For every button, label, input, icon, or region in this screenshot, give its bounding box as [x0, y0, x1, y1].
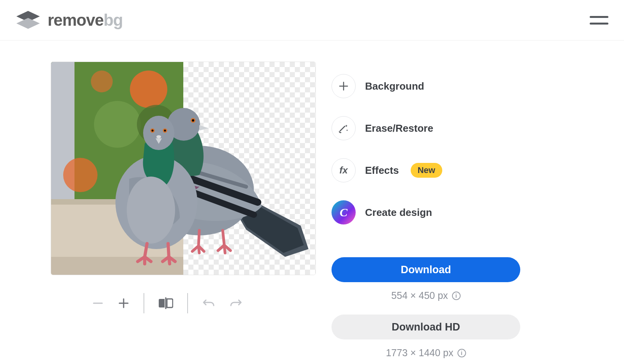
- toolbar-divider: [187, 293, 188, 313]
- toolbar-divider: [144, 293, 144, 313]
- fx-icon: fx: [332, 158, 356, 182]
- canva-icon: C: [332, 200, 356, 224]
- svg-point-9: [137, 105, 176, 144]
- svg-point-8: [94, 101, 141, 148]
- erase-restore-tool-button[interactable]: Erase/Restore: [332, 116, 573, 140]
- create-design-button[interactable]: C Create design: [332, 200, 573, 224]
- download-hd-button-label: Download HD: [392, 321, 460, 333]
- logo-text-bg: bg: [103, 11, 122, 29]
- logo-mark-icon: [16, 10, 41, 30]
- background-tool-button[interactable]: Background: [332, 74, 573, 98]
- download-hd-button[interactable]: Download HD: [332, 315, 520, 339]
- info-icon[interactable]: i: [452, 292, 461, 300]
- undo-button[interactable]: [202, 298, 215, 309]
- download-dimensions-text: 554 × 450 px: [391, 290, 448, 301]
- info-icon[interactable]: i: [457, 349, 466, 357]
- new-badge: New: [411, 163, 442, 178]
- plus-icon: [332, 74, 356, 98]
- download-button-label: Download: [401, 264, 451, 276]
- download-section: Download 554 × 450 px i Download HD 1773…: [332, 257, 573, 359]
- effects-label: Effects: [365, 164, 399, 177]
- transparent-background: [183, 62, 316, 275]
- svg-point-5: [91, 71, 113, 92]
- download-dimensions: 554 × 450 px i: [332, 290, 520, 301]
- download-button[interactable]: Download: [332, 257, 520, 282]
- svg-marker-1: [16, 18, 40, 29]
- svg-rect-12: [51, 199, 183, 205]
- zoom-out-button[interactable]: [92, 297, 104, 309]
- logo[interactable]: removebg: [16, 10, 123, 30]
- create-design-label: Create design: [365, 207, 432, 219]
- redo-button[interactable]: [229, 298, 243, 309]
- download-hd-dimensions: 1773 × 1440 px i: [332, 347, 520, 359]
- erase-restore-label: Erase/Restore: [365, 122, 433, 134]
- edit-tools-list: Background Erase/Restore fx: [332, 62, 573, 224]
- svg-point-4: [130, 71, 167, 108]
- logo-text: removebg: [48, 11, 123, 30]
- svg-point-7: [160, 140, 183, 163]
- download-hd-dimensions-text: 1773 × 1440 px: [386, 347, 453, 359]
- svg-point-6: [63, 158, 98, 192]
- magic-brush-icon: [332, 116, 356, 140]
- menu-icon[interactable]: [590, 13, 608, 27]
- image-preview[interactable]: [51, 62, 316, 275]
- compare-toggle-button[interactable]: [158, 297, 173, 310]
- zoom-in-button[interactable]: [118, 297, 129, 309]
- header: removebg: [0, 0, 624, 41]
- svg-rect-11: [51, 257, 183, 275]
- original-background: [51, 62, 183, 275]
- effects-tool-button[interactable]: fx Effects New: [332, 158, 573, 182]
- logo-text-remove: remove: [48, 11, 103, 29]
- background-label: Background: [365, 80, 424, 92]
- preview-toolbar: [51, 286, 316, 320]
